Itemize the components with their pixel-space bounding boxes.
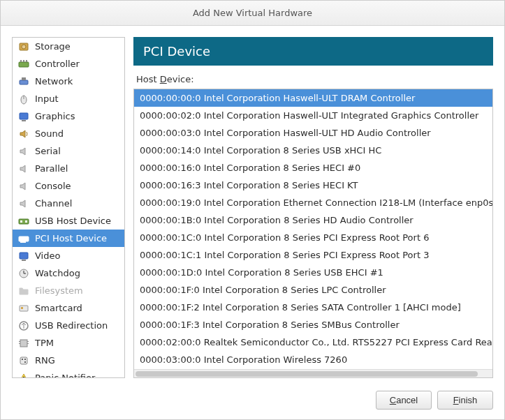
network-icon	[18, 76, 29, 87]
rng-icon	[18, 355, 29, 366]
sidebar-item-serial[interactable]: Serial	[13, 142, 124, 160]
svg-rect-32	[19, 343, 20, 344]
sidebar-item-panic-notifier[interactable]: Panic Notifier	[13, 369, 124, 378]
sidebar-item-label: Storage	[35, 41, 71, 52]
svg-rect-21	[20, 241, 26, 243]
pci-device-item[interactable]: 0000:00:16:0 Intel Corporation 8 Series …	[134, 159, 492, 177]
svg-rect-5	[26, 60, 27, 62]
sidebar-item-pci-host-device[interactable]: PCI Host Device	[13, 230, 124, 247]
sidebar-item-graphics[interactable]: Graphics	[13, 107, 124, 125]
svg-rect-11	[22, 120, 26, 121]
svg-point-37	[24, 361, 26, 363]
svg-marker-15	[20, 183, 25, 190]
sidebar-item-controller[interactable]: Controller	[13, 55, 124, 73]
finish-button[interactable]: Finish	[437, 391, 493, 410]
sidebar-item-usb-redirection[interactable]: USB Redirection	[13, 317, 124, 334]
smartcard-icon	[18, 303, 29, 314]
sidebar-item-label: Console	[35, 181, 71, 191]
svg-rect-23	[22, 260, 26, 261]
sidebar-item-network[interactable]: Network	[13, 73, 124, 90]
sidebar-item-label: Network	[35, 76, 73, 87]
pci-device-item[interactable]: 0000:00:14:0 Intel Corporation 8 Series …	[134, 142, 492, 159]
usb-icon	[18, 216, 29, 227]
svg-marker-16	[20, 200, 25, 207]
pci-device-item[interactable]: 0000:00:00:0 Intel Corporation Haswell-U…	[134, 89, 492, 107]
sidebar-item-watchdog[interactable]: Watchdog	[13, 264, 124, 282]
svg-rect-27	[20, 306, 28, 311]
sidebar-item-label: Smartcard	[35, 303, 82, 313]
svg-marker-12	[20, 130, 25, 137]
svg-marker-39	[20, 374, 28, 379]
sidebar-item-label: Filesystem	[35, 285, 83, 296]
svg-rect-18	[20, 220, 22, 223]
sound-icon	[18, 128, 29, 140]
sidebar-item-label: Graphics	[35, 111, 75, 121]
pci-icon	[18, 233, 29, 244]
sidebar-item-usb-host-device[interactable]: USB Host Device	[13, 212, 124, 230]
svg-rect-20	[19, 237, 29, 241]
cancel-button[interactable]: Cancel	[376, 391, 432, 410]
window-title: Add New Virtual Hardware	[193, 8, 312, 18]
pci-device-item[interactable]: 0000:00:1C:1 Intel Corporation 8 Series …	[134, 246, 492, 264]
panel-title: PCI Device	[133, 37, 493, 66]
svg-rect-3	[20, 60, 22, 62]
sidebar-item-console[interactable]: Console	[13, 177, 124, 195]
sidebar-item-label: TPM	[35, 338, 54, 348]
sidebar-item-parallel[interactable]: Parallel	[13, 160, 124, 177]
sidebar-item-filesystem: Filesystem	[13, 282, 124, 299]
pci-device-item[interactable]: 0000:00:1D:0 Intel Corporation 8 Series …	[134, 264, 492, 281]
pci-device-item[interactable]: 0000:00:1B:0 Intel Corporation 8 Series …	[134, 211, 492, 229]
sidebar-item-tpm[interactable]: TPM	[13, 334, 124, 352]
sidebar-item-label: Panic Notifier	[35, 373, 95, 378]
hardware-category-list[interactable]: StorageControllerNetworkInputGraphicsSou…	[12, 37, 125, 378]
sidebar-item-label: Watchdog	[35, 268, 80, 278]
dialog-window: Add New Virtual Hardware StorageControll…	[0, 0, 505, 420]
svg-rect-40	[23, 377, 24, 379]
pci-device-item[interactable]: 0000:00:1F:3 Intel Corporation 8 Series …	[134, 316, 492, 333]
svg-rect-6	[20, 80, 28, 84]
svg-point-36	[22, 359, 23, 360]
pci-device-item[interactable]: 0000:00:1F:2 Intel Corporation 8 Series …	[134, 299, 492, 316]
sidebar-item-sound[interactable]: Sound	[13, 125, 124, 142]
pci-device-item[interactable]: 0000:00:03:0 Intel Corporation Haswell-U…	[134, 124, 492, 142]
input-icon	[18, 93, 29, 105]
pci-device-list[interactable]: 0000:00:00:0 Intel Corporation Haswell-U…	[134, 89, 492, 369]
sidebar-item-channel[interactable]: Channel	[13, 195, 124, 212]
sidebar-item-label: Input	[35, 93, 59, 104]
sidebar-item-label: Serial	[35, 146, 61, 156]
sidebar-item-input[interactable]: Input	[13, 90, 124, 107]
svg-rect-34	[27, 343, 29, 344]
pci-device-item[interactable]: 0000:00:19:0 Intel Corporation Ethernet …	[134, 194, 492, 211]
sidebar-item-smartcard[interactable]: Smartcard	[13, 299, 124, 317]
svg-marker-13	[20, 148, 25, 155]
svg-point-38	[24, 359, 26, 360]
scrollbar-thumb[interactable]	[136, 371, 478, 377]
svg-rect-2	[19, 62, 29, 67]
svg-rect-22	[20, 253, 28, 259]
horizontal-scrollbar[interactable]	[134, 369, 492, 377]
svg-rect-33	[27, 341, 29, 342]
sidebar-item-label: Video	[35, 250, 60, 261]
pci-device-item[interactable]: 0000:00:1F:0 Intel Corporation 8 Series …	[134, 281, 492, 299]
svg-rect-4	[23, 60, 24, 62]
sidebar-item-label: USB Redirection	[35, 320, 108, 331]
sidebar-item-storage[interactable]: Storage	[13, 38, 124, 55]
pci-device-item[interactable]: 0000:03:00:0 Intel Corporation Wireless …	[134, 351, 492, 368]
pci-device-item[interactable]: 0000:00:1C:0 Intel Corporation 8 Series …	[134, 229, 492, 246]
pci-device-item[interactable]: 0000:00:16:3 Intel Corporation 8 Series …	[134, 177, 492, 194]
svg-marker-14	[20, 165, 25, 172]
svg-rect-7	[22, 77, 26, 80]
device-list-container: 0000:00:00:0 Intel Corporation Haswell-U…	[133, 89, 493, 378]
storage-icon	[18, 41, 29, 52]
pci-device-item[interactable]: 0000:02:00:0 Realtek Semiconductor Co., …	[134, 333, 492, 351]
sidebar-item-rng[interactable]: RNG	[13, 352, 124, 369]
svg-rect-30	[20, 340, 27, 347]
video-icon	[18, 250, 29, 262]
svg-rect-28	[21, 307, 23, 309]
sidebar-item-label: RNG	[35, 355, 55, 366]
pci-device-item[interactable]: 0000:00:02:0 Intel Corporation Haswell-U…	[134, 107, 492, 124]
sidebar-item-video[interactable]: Video	[13, 247, 124, 264]
svg-rect-35	[20, 357, 27, 364]
sidebar-item-label: Parallel	[35, 163, 68, 174]
channel-icon	[18, 198, 29, 209]
